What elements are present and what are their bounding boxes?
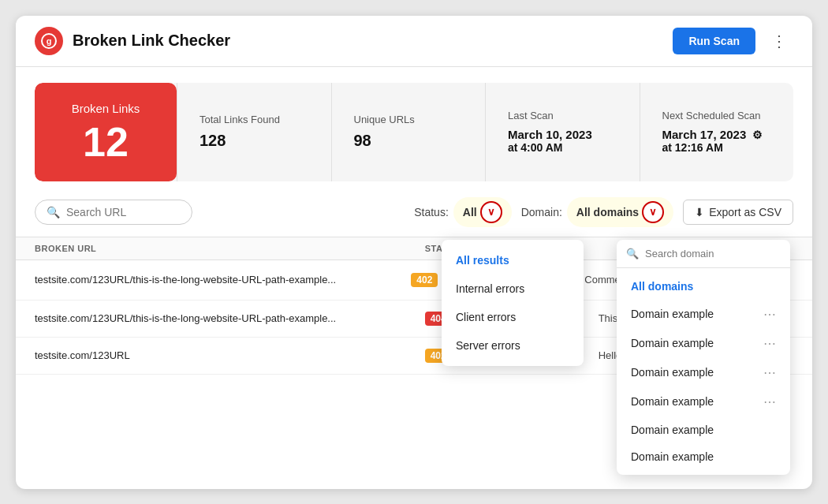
status-option-internal[interactable]: Internal errors bbox=[442, 274, 584, 303]
domain-option-2[interactable]: Domain example ⋯ bbox=[617, 329, 790, 358]
last-scan-sub: at 4:00 AM bbox=[508, 141, 617, 154]
domain-filter-group: Domain: All domains ∨ bbox=[521, 197, 674, 227]
domain-chevron-marker: ∨ bbox=[642, 201, 664, 223]
unique-urls-label: Unique URLs bbox=[354, 114, 464, 125]
status-option-all[interactable]: All results bbox=[442, 246, 584, 274]
header: g Broken Link Checker Run Scan ⋮ bbox=[16, 16, 812, 67]
header-left: g Broken Link Checker bbox=[35, 27, 230, 55]
status-option-client[interactable]: Client errors bbox=[442, 303, 584, 331]
search-url-icon: 🔍 bbox=[47, 206, 60, 218]
stats-row: Broken Links 12 Total Links Found 128 Un… bbox=[35, 83, 793, 181]
last-scan-value: March 10, 2023 bbox=[508, 128, 617, 141]
gear-icon[interactable]: ⚙ bbox=[752, 129, 763, 141]
domain-search-input[interactable] bbox=[645, 248, 781, 259]
domain-option-5[interactable]: Domain example bbox=[617, 416, 790, 443]
domain-filter-label: Domain: bbox=[521, 206, 562, 218]
domain-option-6[interactable]: Domain example bbox=[617, 443, 790, 470]
search-url-input[interactable] bbox=[66, 206, 177, 218]
app-container: g Broken Link Checker Run Scan ⋮ Broken … bbox=[16, 16, 812, 489]
next-scan-sub: at 12:16 AM bbox=[662, 141, 772, 154]
domain-value: All domains bbox=[576, 206, 639, 218]
search-url-wrapper: 🔍 bbox=[35, 200, 192, 225]
domain-item-more-icon[interactable]: ⋯ bbox=[763, 336, 776, 351]
toolbar: 🔍 Status: All ∨ Domain: All domains ∨ ⬇ … bbox=[16, 197, 812, 237]
status-value: All bbox=[463, 206, 477, 218]
last-scan-stat: Last Scan March 10, 2023 at 4:00 AM bbox=[485, 83, 640, 181]
unique-urls-stat: Unique URLs 98 bbox=[331, 83, 486, 181]
header-right: Run Scan ⋮ bbox=[673, 28, 793, 54]
row-url: testsite.com/123URL bbox=[35, 349, 425, 361]
last-scan-label: Last Scan bbox=[508, 110, 617, 121]
domain-item-more-icon[interactable]: ⋯ bbox=[763, 394, 776, 409]
domain-items: All domains Domain example ⋯ Domain exam… bbox=[617, 268, 790, 475]
domain-dropdown-menu: 🔍 All domains Domain example ⋯ Domain ex… bbox=[617, 240, 790, 475]
row-url: testsite.com/123URL/this-is-the-long-web… bbox=[35, 274, 411, 286]
export-csv-button[interactable]: ⬇ Export as CSV bbox=[683, 200, 793, 225]
status-filter-group: Status: All ∨ bbox=[414, 197, 511, 227]
next-scan-value: March 17, 2023 ⚙ bbox=[662, 128, 772, 141]
row-url: testsite.com/123URL/this-is-the-long-web… bbox=[35, 312, 425, 324]
domain-option-all[interactable]: All domains bbox=[617, 273, 790, 300]
domain-option-3[interactable]: Domain example ⋯ bbox=[617, 358, 790, 387]
col-broken-url: BROKEN URL bbox=[35, 244, 425, 253]
total-links-label: Total Links Found bbox=[200, 114, 309, 125]
broken-links-count: 12 bbox=[83, 121, 129, 162]
run-scan-button[interactable]: Run Scan bbox=[673, 28, 755, 54]
domain-item-more-icon[interactable]: ⋯ bbox=[763, 307, 776, 322]
stat-items: Total Links Found 128 Unique URLs 98 Las… bbox=[177, 83, 793, 181]
app-logo: g bbox=[35, 27, 63, 55]
export-label: Export as CSV bbox=[709, 206, 781, 218]
svg-text:g: g bbox=[47, 36, 52, 46]
status-filter-label: Status: bbox=[414, 206, 449, 218]
total-links-value: 128 bbox=[200, 132, 309, 150]
status-dropdown-menu: All results Internal errors Client error… bbox=[442, 240, 584, 366]
domain-option-4[interactable]: Domain example ⋯ bbox=[617, 387, 790, 416]
domain-item-more-icon[interactable]: ⋯ bbox=[763, 365, 776, 380]
status-badge: 402 bbox=[411, 273, 438, 287]
domain-search-wrapper: 🔍 bbox=[617, 240, 790, 268]
domain-dropdown-button[interactable]: All domains ∨ bbox=[567, 197, 673, 227]
next-scan-stat: Next Scheduled Scan March 17, 2023 ⚙ at … bbox=[640, 83, 794, 181]
total-links-stat: Total Links Found 128 bbox=[177, 83, 331, 181]
status-chevron-marker: ∨ bbox=[480, 201, 502, 223]
status-option-server[interactable]: Server errors bbox=[442, 331, 584, 360]
export-icon: ⬇ bbox=[695, 206, 704, 218]
domain-search-icon: 🔍 bbox=[626, 248, 639, 259]
page-title: Broken Link Checker bbox=[73, 32, 230, 50]
broken-links-stat: Broken Links 12 bbox=[35, 83, 177, 181]
status-dropdown-button[interactable]: All ∨ bbox=[453, 197, 512, 227]
broken-links-label: Broken Links bbox=[72, 102, 140, 115]
next-scan-label: Next Scheduled Scan bbox=[662, 110, 772, 121]
domain-option-1[interactable]: Domain example ⋯ bbox=[617, 300, 790, 329]
unique-urls-value: 98 bbox=[354, 132, 464, 150]
more-options-button[interactable]: ⋮ bbox=[765, 30, 793, 52]
